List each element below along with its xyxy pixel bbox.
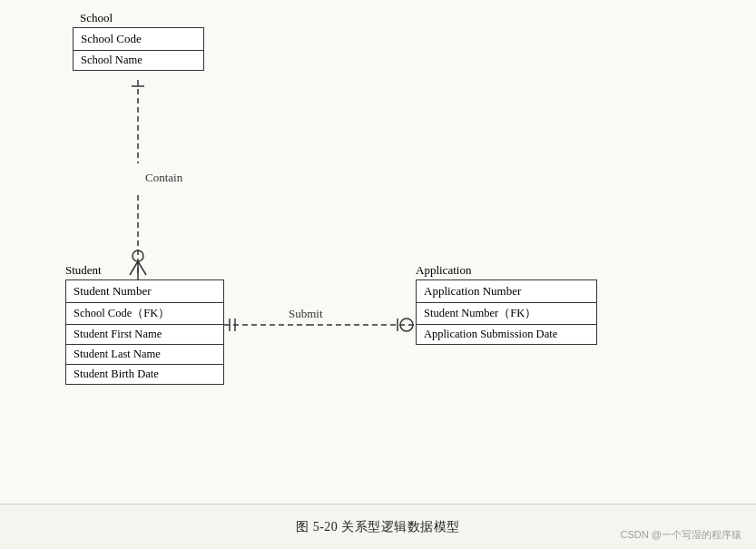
submit-label: Submit <box>289 307 323 320</box>
diagram-caption: 图 5-20 关系型逻辑数据模型 <box>296 519 460 535</box>
school-name-field: School Name <box>74 51 203 70</box>
svg-line-4 <box>130 261 138 275</box>
student-entity: Student Number School Code（FK） Student F… <box>65 279 224 385</box>
student-lastname-field: Student Last Name <box>66 345 223 365</box>
application-fk-field: Student Number（FK） <box>417 303 596 325</box>
student-firstname-field: Student First Name <box>66 325 223 345</box>
svg-point-11 <box>400 319 413 331</box>
student-birthdate-field: Student Birth Date <box>66 365 223 384</box>
application-pk-field: Application Number <box>417 280 596 303</box>
application-date-field: Application Submission Date <box>417 325 596 344</box>
student-pk-field: Student Number <box>66 280 223 303</box>
school-entity-title: School <box>80 11 113 25</box>
caption-area: 图 5-20 关系型逻辑数据模型 <box>0 504 756 549</box>
student-fk-field: School Code（FK） <box>66 303 223 325</box>
diagram-connectors: Contain Submit <box>0 0 756 508</box>
school-pk-field: School Code <box>74 28 203 51</box>
diagram-area: School School Code School Name Student S… <box>0 0 756 508</box>
watermark: CSDN @一个写湿的程序猿 <box>621 528 741 542</box>
student-entity-title: Student <box>65 263 102 278</box>
application-entity-title: Application <box>416 263 471 278</box>
school-entity: School Code School Name <box>73 27 204 71</box>
application-entity: Application Number Student Number（FK） Ap… <box>416 279 597 345</box>
svg-point-3 <box>133 250 143 261</box>
contain-label: Contain <box>145 171 183 184</box>
svg-line-6 <box>138 261 146 275</box>
